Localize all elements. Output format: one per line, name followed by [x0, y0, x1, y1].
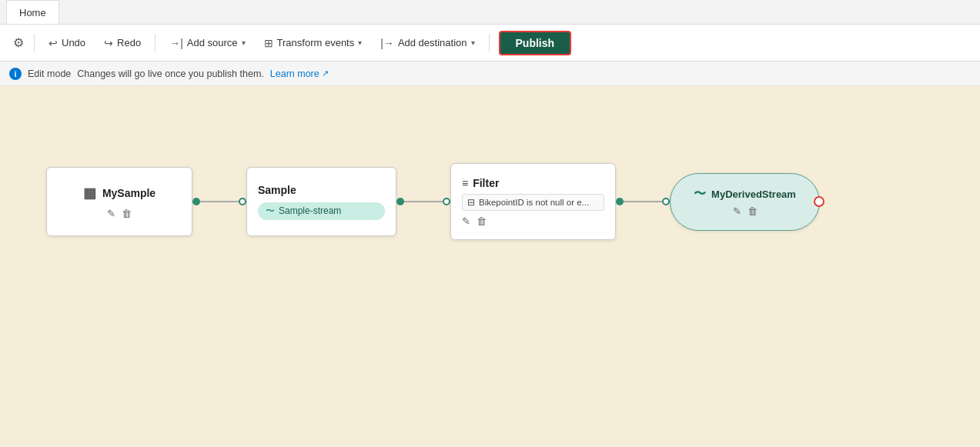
connector-3-left-dot — [616, 198, 624, 205]
destination-stream-icon: 〜 — [694, 186, 706, 202]
undo-button[interactable]: ↩ Undo — [41, 33, 93, 53]
add-destination-caret: ▾ — [471, 38, 475, 47]
divider-2 — [155, 34, 156, 52]
source-node-wrapper: ▦ MySample ✎ 🗑 — [46, 167, 192, 236]
destination-add-output-button[interactable] — [814, 196, 824, 207]
filter-icon: ≡ — [462, 177, 468, 189]
source-edit-button[interactable]: ✎ — [107, 208, 115, 219]
info-bar: i Edit mode Changes will go live once yo… — [0, 62, 980, 86]
redo-label: Redo — [117, 37, 141, 48]
undo-icon: ↩ — [48, 37, 58, 49]
connector-1-left-dot — [192, 198, 200, 205]
filter-node-title: Filter — [473, 177, 499, 189]
add-destination-icon: |→ — [380, 37, 394, 49]
connector-3-line — [624, 201, 662, 202]
connector-2-right-dot — [443, 198, 450, 205]
redo-button[interactable]: ↪ Redo — [96, 33, 149, 53]
destination-delete-button[interactable]: 🗑 — [748, 205, 758, 217]
transform-node-wrapper: Sample 〜 Sample-stream — [246, 167, 396, 236]
source-delete-button[interactable]: 🗑 — [122, 208, 132, 219]
tab-bar: Home — [0, 0, 980, 25]
toolbar: ⚙ ↩ Undo ↪ Redo →| Add source ▾ ⊞ Transf… — [0, 25, 980, 62]
publish-label: Publish — [516, 37, 555, 49]
transform-events-label: Transform events — [277, 37, 355, 48]
add-destination-label: Add destination — [398, 37, 467, 48]
tab-home-label: Home — [19, 7, 46, 18]
connector-2 — [396, 198, 450, 205]
transform-icon: ⊞ — [264, 37, 273, 49]
source-node-title: MySample — [102, 187, 156, 199]
destination-node-wrapper: 〜 MyDerivedStream ✎ 🗑 — [670, 173, 820, 231]
filter-condition: BikepointID is not null or e... — [479, 198, 589, 207]
transform-chip: 〜 Sample-stream — [258, 202, 385, 220]
connector-1-right-dot — [239, 198, 246, 205]
filter-node: ≡ Filter ⊟ BikepointID is not null or e.… — [450, 163, 616, 240]
connector-3 — [616, 198, 670, 205]
connector-2-line — [404, 201, 443, 202]
transform-node-title: Sample — [258, 184, 385, 196]
source-bar-chart-icon: ▦ — [83, 185, 96, 202]
divider-1 — [34, 34, 35, 52]
info-icon: i — [9, 68, 22, 80]
settings-icon[interactable]: ⚙ — [9, 32, 28, 54]
info-message: Changes will go live once you publish th… — [77, 68, 264, 79]
tab-home[interactable]: Home — [6, 0, 59, 24]
filter-table-icon: ⊟ — [467, 197, 475, 208]
redo-icon: ↪ — [104, 37, 113, 49]
edit-mode-label: Edit mode — [28, 68, 71, 79]
connector-2-left-dot — [396, 198, 404, 205]
stream-icon: 〜 — [266, 205, 275, 218]
divider-3 — [489, 34, 490, 52]
destination-node-title: MyDerivedStream — [711, 188, 796, 200]
transform-caret: ▾ — [358, 38, 362, 47]
connector-1 — [192, 198, 246, 205]
external-link-icon: ↗ — [322, 68, 329, 78]
learn-more-link[interactable]: Learn more ↗ — [270, 68, 329, 79]
connector-3-right-dot — [662, 198, 670, 205]
add-source-button[interactable]: →| Add source ▾ — [162, 33, 253, 53]
destination-edit-button[interactable]: ✎ — [733, 205, 741, 217]
undo-label: Undo — [62, 37, 85, 48]
learn-more-label: Learn more — [270, 68, 319, 79]
destination-node: 〜 MyDerivedStream ✎ 🗑 — [670, 173, 820, 231]
connector-1-line — [200, 201, 239, 202]
filter-node-wrapper: ≡ Filter ⊟ BikepointID is not null or e.… — [450, 163, 616, 240]
transform-chip-label: Sample-stream — [279, 205, 341, 216]
publish-button[interactable]: Publish — [499, 31, 572, 55]
source-node: ▦ MySample ✎ 🗑 — [46, 167, 192, 236]
transform-events-button[interactable]: ⊞ Transform events ▾ — [256, 33, 370, 53]
add-source-icon: →| — [169, 37, 183, 49]
filter-edit-button[interactable]: ✎ — [462, 215, 470, 227]
transform-node: Sample 〜 Sample-stream — [246, 167, 396, 236]
add-destination-button[interactable]: |→ Add destination ▾ — [373, 33, 482, 53]
add-source-caret: ▾ — [242, 38, 246, 47]
add-source-label: Add source — [187, 37, 238, 48]
canvas: ▦ MySample ✎ 🗑 Sample 〜 Sample-stream — [0, 86, 980, 447]
flow-container: ▦ MySample ✎ 🗑 Sample 〜 Sample-stream — [46, 163, 820, 240]
filter-delete-button[interactable]: 🗑 — [477, 215, 487, 227]
